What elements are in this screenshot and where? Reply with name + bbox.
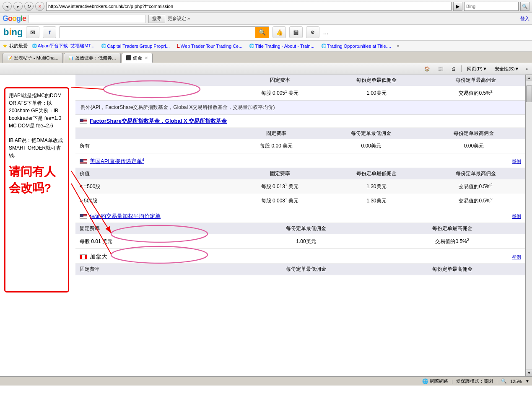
api-col1: 价值 [75, 168, 233, 179]
top-label [75, 86, 233, 100]
api-row1-max-super: 2 [490, 183, 493, 187]
fav-item-2[interactable]: 🌐 Capital Traders Group Propri... [99, 42, 172, 50]
annotation-box: 用API就是指MC的DOM OR ATS下单者：以200share GE为例：I… [4, 87, 69, 292]
vwap-sample-link[interactable]: 举例 [512, 213, 521, 220]
api-title-super: 4 [142, 158, 144, 162]
print-button[interactable]: 🖨 [448, 64, 459, 73]
go-button[interactable]: ▶ [453, 2, 462, 11]
bing-facebook-button[interactable]: f [43, 26, 56, 38]
bing-toolbar: bing ✉ f 🔍 👍 🎬 ⚙ ... [0, 25, 532, 41]
fs-min: 0.00美元 [320, 139, 423, 153]
factorshare-header-row: 固定费率 每份定单最低佣金 每份定单最高佣金 [75, 128, 525, 139]
canada-max-header: 每份定单最高佣金 [379, 264, 525, 275]
canada-section: 加拿大 举例 固定费率 每份定单最低佣金 每份定单最高佣金 [75, 251, 525, 275]
vwap-title-link[interactable]: 保证的交易量加权平均价定单 [90, 212, 161, 220]
bing-search-submit[interactable]: 🔍 [255, 27, 269, 38]
fav-icon-5: 🌐 [321, 44, 326, 48]
forward-button[interactable]: ► [13, 2, 23, 11]
factorshare-title-link[interactable]: FactorShare交易所指数基金，Global X 交易所指数基金 [90, 117, 227, 125]
network-icon: 🌐 網際網路 [422, 378, 448, 384]
top-rate-unit: 美元 [288, 90, 298, 96]
favorites-bar: ★ 我的最爱 🌐 Alpari平台下载_艾福瑞MT... 🌐 Capital T… [0, 41, 532, 52]
api-title-link[interactable]: 美国API直接传递定单4 [90, 158, 144, 165]
vwap-title-wrap: 保证的交易量加权平均价定单 [80, 212, 161, 220]
vwap-header-row: 固定费率 每份定单最低佣金 每份定单最高佣金 [75, 223, 525, 234]
vwap-header: 保证的交易量加权平均价定单 举例 [75, 210, 525, 223]
cmd-expand[interactable]: » [524, 67, 529, 71]
tab-ib-label: 盈透证券：低佣券... [75, 55, 116, 61]
api-row1-rate-text: 每股 0.013 [261, 184, 285, 189]
tab-multich[interactable]: 📝 发表帖子 - MultiCha... [3, 53, 63, 63]
page-button[interactable]: 网页(P)▼ [464, 64, 490, 73]
nav-toolbar: ◄ ► ↻ ✕ ▶ 🔍 [0, 0, 532, 13]
bing-search-input[interactable] [60, 27, 255, 38]
api-row2-unit: 美元 [288, 198, 298, 204]
fav-icon-2: 🌐 [101, 44, 106, 48]
tab-commission-active[interactable]: 佣金 ✕ [122, 53, 153, 63]
api-row1-unit: 美元 [288, 184, 298, 189]
scroll-thumb[interactable] [526, 85, 532, 102]
ca-flag-1 [80, 254, 87, 259]
canada-sample-link[interactable]: 举例 [512, 254, 521, 260]
tab-close-button[interactable]: ✕ [145, 56, 148, 60]
bing-search-bar[interactable] [464, 2, 519, 11]
google-more-settings[interactable]: 更多设定 » [168, 16, 190, 22]
tab-ib-commission[interactable]: 📊 盈透证券：低佣券... [64, 53, 120, 63]
canada-col1: 固定费率 [75, 264, 233, 275]
fs-rate: 每股 0.00 美元 [233, 139, 320, 153]
zoom-dropdown-icon[interactable]: ▼ [525, 379, 529, 383]
api-row2-max-super: 2 [490, 197, 493, 201]
fav-item-5[interactable]: 🌐 Trading Opportunities at Title.... [319, 42, 394, 50]
canada-title: 加拿大 [90, 253, 107, 261]
google-search-button[interactable]: 搜寻 [148, 15, 165, 23]
annotation-text-3: 请问有人会改吗? [9, 163, 65, 196]
back-button[interactable]: ◄ [3, 2, 12, 11]
bing-logo: bing [3, 27, 23, 38]
feeds-button[interactable]: 📰 [435, 64, 446, 73]
us-flag-1 [80, 119, 87, 124]
bing-more[interactable]: ... [323, 28, 328, 36]
fav-item-3[interactable]: L Web Trader Tour Trading Ce... [174, 41, 245, 50]
google-login[interactable]: 登入 [520, 16, 529, 22]
api-header: 美国API直接传递定单4 举例 [75, 155, 525, 168]
top-section: 固定费率 每份定单最低佣金 每份定单最高佣金 每股 0.0051 美元 1.00… [75, 75, 525, 101]
home-button[interactable]: 🏠 [421, 64, 433, 73]
top-table: 固定费率 每份定单最低佣金 每份定单最高佣金 每股 0.0051 美元 1.00… [75, 75, 525, 100]
google-search-input[interactable] [29, 15, 146, 23]
safety-button[interactable]: 安全性(S)▼ [492, 64, 522, 73]
scroll-down-button[interactable]: ▼ [526, 370, 532, 376]
bing-thumbsup-button[interactable]: 👍 [272, 26, 286, 38]
api-row2: > 500股 每股 0.0081 美元 1.30美元 交易值的0.5%2 [75, 194, 525, 208]
annotation-text-1: 用API就是指MC的DOM OR ATS下单者：以200share GE为例：I… [9, 92, 65, 129]
search-go-button[interactable]: 🔍 [520, 2, 529, 11]
scroll-up-button[interactable]: ▲ [526, 75, 532, 81]
top-max: 交易值的0.5%2 [426, 86, 525, 100]
bing-apps-button[interactable]: ⚙ [306, 26, 319, 38]
fs-rate-unit: 美元 [283, 143, 293, 149]
top-data-row: 每股 0.0051 美元 1.00美元 交易值的0.5%2 [75, 86, 525, 100]
top-max-header: 每份定单最高佣金 [426, 75, 525, 86]
vwap-min: 1.00美元 [233, 234, 379, 248]
tab-active-label: 佣金 [133, 55, 142, 61]
api-row2-label: > 500股 [75, 194, 233, 208]
ie-cmd-bar: 🏠 📰 🖨 网页(P)▼ 安全性(S)▼ » [0, 63, 532, 75]
top-rate: 每股 0.0051 美元 [233, 86, 327, 100]
bing-media-button[interactable]: 🎬 [289, 26, 303, 38]
stop-button[interactable]: ✕ [35, 2, 44, 11]
us-flag-2 [80, 159, 87, 164]
vwap-col1: 固定费率 [75, 223, 233, 234]
canada-header: 加拿大 举例 [75, 251, 525, 264]
refresh-button[interactable]: ↻ [24, 2, 34, 11]
fav-item-4[interactable]: 🌐 Title Trading - About - Train... [247, 42, 317, 50]
scrollbar-right: ▲ ▼ [525, 75, 532, 376]
network-text: 網際網路 [430, 378, 448, 384]
api-title-wrap: 美国API直接传递定单4 [80, 158, 144, 165]
api-row1-label: < =500股 [75, 179, 233, 194]
bing-mail-button[interactable]: ✉ [26, 26, 39, 38]
annotation-text-2: IB AE说：把DMA单改成SMART ORDER就可省钱. [9, 137, 65, 159]
api-sample-link[interactable]: 举例 [512, 158, 521, 165]
address-bar[interactable] [46, 2, 452, 11]
fav-item-1[interactable]: 🌐 Alpari平台下载_艾福瑞MT... [29, 41, 97, 50]
favorites-expand[interactable]: » [395, 43, 401, 49]
google-toolbar: Google 搜寻 更多设定 » 登入 [0, 13, 532, 25]
